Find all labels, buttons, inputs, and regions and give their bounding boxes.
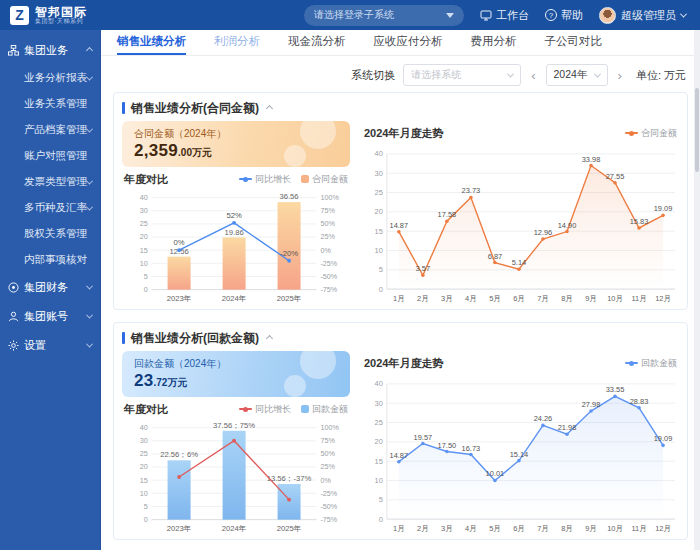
sidebar-subitem[interactable]: 账户对照管理 (0, 143, 100, 169)
main-content: 销售业绩分析利润分析现金流分析应收应付分析费用分析子公司对比 系统切换 请选择系… (100, 30, 700, 550)
legend-item[interactable]: 合同金额 (301, 173, 348, 186)
panel-title: 销售业绩分析(合同金额) (131, 100, 259, 117)
svg-text:16.73: 16.73 (462, 444, 481, 453)
svg-text:23.73: 23.73 (462, 186, 481, 195)
svg-text:12.96: 12.96 (534, 228, 553, 237)
filter-bar: 系统切换 请选择系统 ‹ 2024年 › 单位: 万元 (101, 56, 700, 92)
svg-text:33.55: 33.55 (606, 385, 625, 394)
scrollbar-thumb[interactable] (695, 88, 699, 172)
svg-text:3.57: 3.57 (416, 264, 430, 273)
svg-text:2023年: 2023年 (167, 524, 192, 533)
legend-item[interactable]: 回款金额 (301, 403, 348, 416)
svg-text:10月: 10月 (607, 524, 623, 533)
tab-1[interactable]: 利润分析 (214, 30, 260, 55)
sidebar-item-group-account[interactable]: 集团账号 (0, 302, 100, 331)
svg-text:40: 40 (375, 149, 383, 158)
svg-text:11月: 11月 (631, 524, 646, 533)
collapse-icon[interactable] (266, 104, 273, 111)
svg-text:4月: 4月 (465, 294, 477, 303)
sidebar-subitem[interactable]: 股权关系管理 (0, 221, 100, 247)
user-name: 超级管理员 (621, 8, 676, 23)
year-select[interactable]: 2024年 (546, 64, 608, 86)
chart-contract-monthly[interactable]: 4030252015105014.871月3.572月17.583月23.734… (362, 142, 686, 305)
avatar (599, 7, 616, 24)
tab-5[interactable]: 子公司对比 (545, 30, 603, 55)
help-icon: ? (545, 9, 557, 21)
subsystem-select[interactable]: 请选择登录子系统 (304, 5, 464, 26)
prev-year-button[interactable]: ‹ (529, 68, 537, 83)
sidebar-item-settings[interactable]: 设置 (0, 331, 100, 360)
panel-title: 销售业绩分析(回款金额) (131, 330, 259, 347)
svg-text:-75%: -75% (320, 285, 337, 294)
user-menu[interactable]: 超级管理员 (599, 7, 686, 24)
svg-text:1月: 1月 (393, 524, 405, 533)
svg-text:19.09: 19.09 (654, 434, 673, 443)
chart-contract-yearly[interactable]: 40100%3075%2550%2025%150%10-25%5-50%0-75… (122, 188, 350, 305)
svg-text:10: 10 (140, 259, 148, 268)
tab-0[interactable]: 销售业绩分析 (117, 30, 186, 55)
svg-text:14.90: 14.90 (558, 221, 577, 230)
collapse-icon[interactable] (266, 334, 273, 341)
chart-payment-yearly[interactable]: 40100%3075%2550%2025%150%10-25%5-50%0-75… (122, 418, 350, 535)
svg-text:5: 5 (144, 272, 148, 281)
decorative-circle (284, 375, 306, 397)
svg-text:3月: 3月 (441, 524, 453, 533)
sidebar-item-group-finance[interactable]: 集团财务 (0, 273, 100, 302)
chevron-up-icon (86, 47, 93, 54)
scrollbar[interactable] (694, 30, 700, 550)
svg-text:27.55: 27.55 (606, 172, 625, 181)
tab-3[interactable]: 应收应付分析 (374, 30, 443, 55)
svg-text:-20%: -20% (280, 249, 298, 258)
legend-item[interactable]: 同比增长 (239, 173, 291, 186)
svg-text:25%: 25% (320, 462, 335, 471)
svg-text:8月: 8月 (561, 294, 573, 303)
svg-text:2025年: 2025年 (277, 524, 302, 533)
sidebar-subitem[interactable]: 业务关系管理 (0, 91, 100, 117)
svg-text:10: 10 (375, 246, 383, 255)
svg-text:5.14: 5.14 (512, 258, 526, 267)
svg-text:-50%: -50% (320, 502, 337, 511)
svg-text:30: 30 (375, 169, 383, 178)
svg-text:40: 40 (140, 423, 148, 432)
legend-item[interactable]: 同比增长 (239, 403, 291, 416)
sidebar-subitem[interactable]: 多币种及汇率 (0, 195, 100, 221)
chevron-down-icon (86, 283, 93, 290)
accent-bar (122, 102, 125, 114)
sidebar-item-group-business[interactable]: 集团业务 (0, 36, 100, 65)
svg-text:15.83: 15.83 (630, 217, 649, 226)
unit-label: 单位: 万元 (636, 68, 686, 83)
sidebar-subitem[interactable]: 内部事项核对 (0, 247, 100, 273)
svg-text:5月: 5月 (489, 524, 501, 533)
chart-payment-monthly[interactable]: 4030252015105014.871月19.572月17.503月16.73… (362, 372, 686, 535)
next-year-button[interactable]: › (616, 68, 624, 83)
svg-text:21.98: 21.98 (558, 423, 577, 432)
tab-4[interactable]: 费用分析 (471, 30, 517, 55)
svg-text:15: 15 (140, 476, 148, 485)
sidebar-subitem[interactable]: 业务分析报表 (0, 65, 100, 91)
logo-icon: Z (10, 6, 29, 25)
chevron-down-icon (507, 70, 514, 77)
workbench-button[interactable]: 工作台 (480, 8, 529, 23)
legend-item[interactable]: 合同金额 (625, 127, 677, 140)
svg-text:52%: 52% (226, 211, 242, 220)
svg-text:8月: 8月 (561, 524, 573, 533)
svg-text:1月: 1月 (393, 294, 405, 303)
svg-text:2025年: 2025年 (277, 294, 302, 303)
legend-item[interactable]: 回款金额 (625, 357, 677, 370)
svg-text:2024年: 2024年 (222, 294, 247, 303)
sidebar-subitem[interactable]: 产品档案管理 (0, 117, 100, 143)
svg-text:25%: 25% (320, 232, 335, 241)
svg-text:33.98: 33.98 (582, 155, 601, 164)
svg-text:15: 15 (375, 227, 383, 236)
logo-subtitle: 集团型·天梯系列 (35, 18, 87, 25)
svg-text:100%: 100% (320, 423, 339, 432)
system-select-placeholder: 请选择系统 (411, 68, 461, 82)
system-select[interactable]: 请选择系统 (403, 64, 521, 86)
svg-text:0%: 0% (320, 246, 331, 255)
tab-2[interactable]: 现金流分析 (288, 30, 346, 55)
svg-text:9月: 9月 (585, 294, 597, 303)
help-button[interactable]: ? 帮助 (545, 8, 583, 23)
svg-text:5: 5 (144, 502, 148, 511)
sidebar-subitem[interactable]: 发票类型管理 (0, 169, 100, 195)
svg-text:50%: 50% (320, 219, 335, 228)
